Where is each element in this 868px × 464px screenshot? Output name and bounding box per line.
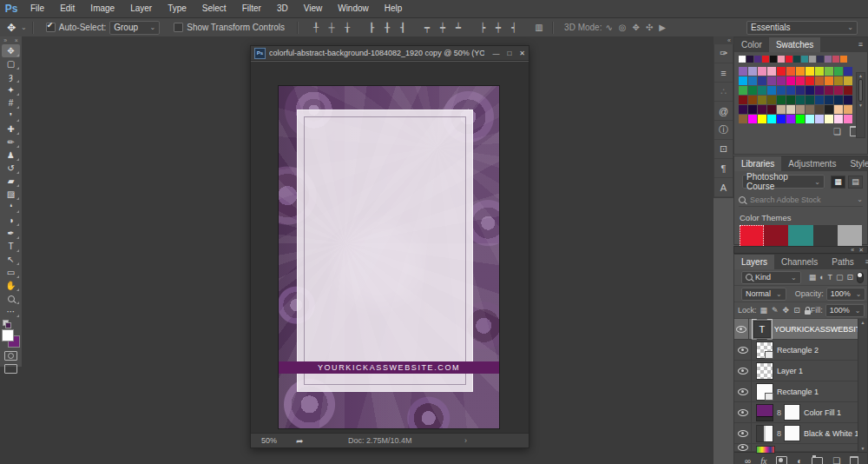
swatch[interactable] <box>767 86 776 95</box>
path-selection-tool[interactable]: ↖ <box>2 253 20 266</box>
swatch[interactable] <box>815 76 824 85</box>
recent-swatch[interactable] <box>754 56 761 63</box>
swatch[interactable] <box>739 67 747 76</box>
share-panel-icon[interactable]: ∴ <box>714 83 733 102</box>
recent-swatch[interactable] <box>832 56 839 63</box>
panel-menu-icon[interactable]: ≡ <box>854 37 867 52</box>
layers-window-header[interactable]: « ✕ <box>733 246 868 254</box>
tab-color[interactable]: Color <box>734 37 769 52</box>
hand-tool[interactable]: ✋ <box>2 279 20 292</box>
3d-slide-icon[interactable]: ✣ <box>646 23 653 32</box>
swatch[interactable] <box>786 115 795 123</box>
align-bottom-edges-icon[interactable]: ╁ <box>341 23 353 32</box>
collapse-panel-icon[interactable]: » <box>3 37 7 43</box>
swatch[interactable] <box>806 76 814 85</box>
recent-swatch[interactable] <box>809 56 816 63</box>
recent-swatch[interactable] <box>786 56 792 63</box>
3d-orbit-icon[interactable]: ∿ <box>605 23 612 32</box>
swatch[interactable] <box>806 115 814 123</box>
swatch[interactable] <box>806 105 814 114</box>
swatch[interactable] <box>739 105 747 114</box>
menu-select[interactable]: Select <box>194 0 234 17</box>
tab-adjustments[interactable]: Adjustments <box>781 156 843 171</box>
align-vertical-centers-icon[interactable]: ┼ <box>326 23 338 32</box>
lasso-tool[interactable]: ȝ <box>2 70 20 83</box>
quick-selection-tool[interactable]: ✦ <box>2 83 20 96</box>
brush-presets-panel-icon[interactable]: ✑ <box>714 44 733 63</box>
recent-swatch[interactable] <box>746 56 753 63</box>
distribute-top-edges-icon[interactable]: ┯ <box>421 23 433 32</box>
swatch[interactable] <box>748 67 757 76</box>
swatch[interactable] <box>777 67 786 76</box>
filter-type-layers-icon[interactable]: T <box>828 273 833 282</box>
swatch[interactable] <box>748 86 757 95</box>
close-icon[interactable]: ✕ <box>519 50 525 57</box>
swatch[interactable] <box>796 105 805 114</box>
info-panel-icon[interactable]: ⓘ <box>714 121 733 140</box>
menu-image[interactable]: Image <box>82 0 122 17</box>
new-adjustment-layer-icon[interactable]: ◐ <box>797 456 802 464</box>
tab-paths[interactable]: Paths <box>825 255 861 269</box>
tab-layers[interactable]: Layers <box>734 255 774 269</box>
swatch[interactable] <box>767 115 776 123</box>
filter-shape-layers-icon[interactable]: ▢ <box>836 273 844 282</box>
panel-menu-icon[interactable]: ≡ <box>861 255 868 269</box>
swatch[interactable] <box>767 96 776 104</box>
swatch[interactable] <box>844 105 852 114</box>
swatch[interactable] <box>815 105 824 114</box>
swatch[interactable] <box>739 96 747 104</box>
distribute-spacing-icon[interactable]: ▥ <box>533 23 545 32</box>
swatch[interactable] <box>834 86 843 95</box>
edit-toolbar[interactable]: ⋯ <box>2 305 20 318</box>
swatch[interactable] <box>825 105 833 114</box>
swatch[interactable] <box>739 115 747 123</box>
distribute-right-edges-icon[interactable]: ┥ <box>508 23 520 32</box>
swatch[interactable] <box>777 96 786 104</box>
properties-panel-icon[interactable]: ≡ <box>714 63 733 83</box>
close-panel-icon[interactable]: × <box>15 37 18 43</box>
opacity-select[interactable]: 100%⌄ <box>826 288 866 301</box>
recent-swatch[interactable] <box>801 56 808 63</box>
character-panel-icon[interactable]: A <box>714 178 733 197</box>
recent-swatch[interactable] <box>840 56 847 63</box>
history-brush-tool[interactable]: ↺ <box>2 162 20 175</box>
status-options-arrow-icon[interactable]: › <box>464 436 467 445</box>
swatch[interactable] <box>777 86 786 95</box>
align-top-edges-icon[interactable]: ╀ <box>310 23 322 32</box>
layer-visibility-cell[interactable] <box>734 319 749 339</box>
recent-swatch[interactable] <box>770 56 777 63</box>
swatch[interactable] <box>748 76 757 85</box>
blend-mode-select[interactable]: Normal⌄ <box>741 288 786 301</box>
expand-panels-icon[interactable]: « <box>727 37 731 43</box>
swatch[interactable] <box>815 67 824 76</box>
align-left-edges-icon[interactable]: ┠ <box>365 23 378 32</box>
menu-view[interactable]: View <box>296 0 331 17</box>
swatch[interactable] <box>825 67 833 76</box>
swatch[interactable] <box>777 115 786 123</box>
swatch[interactable] <box>796 96 805 104</box>
collapse-panel-icon[interactable]: « <box>851 247 854 253</box>
quick-mask-button[interactable] <box>4 351 17 361</box>
distribute-bottom-edges-icon[interactable]: ┷ <box>452 23 464 32</box>
tool-preset-caret-icon[interactable]: ⌄ <box>21 23 27 31</box>
swatch[interactable] <box>806 67 814 76</box>
menu-help[interactable]: Help <box>377 0 411 17</box>
swatch[interactable] <box>815 96 824 104</box>
swatch[interactable] <box>767 76 776 85</box>
swatches-scrollbar[interactable]: ▲▼ <box>856 72 865 138</box>
menu-type[interactable]: Type <box>160 0 194 17</box>
distribute-horizontal-centers-icon[interactable]: ┿ <box>492 23 504 32</box>
swatch[interactable] <box>825 115 833 123</box>
minimize-icon[interactable]: — <box>492 50 499 57</box>
filter-pixel-layers-icon[interactable]: ▦ <box>809 273 817 282</box>
swatch[interactable] <box>844 76 852 85</box>
rectangle-tool[interactable]: ▭ <box>2 266 20 279</box>
swatch[interactable] <box>834 96 843 104</box>
swatch[interactable] <box>834 67 843 76</box>
close-panel-icon[interactable]: ✕ <box>858 247 864 254</box>
menu-file[interactable]: File <box>23 0 52 17</box>
menu-layer[interactable]: Layer <box>122 0 160 17</box>
recent-swatch[interactable] <box>762 56 769 63</box>
library-select[interactable]: Photoshop Course⌄ <box>742 175 825 189</box>
swatch[interactable] <box>786 67 795 76</box>
